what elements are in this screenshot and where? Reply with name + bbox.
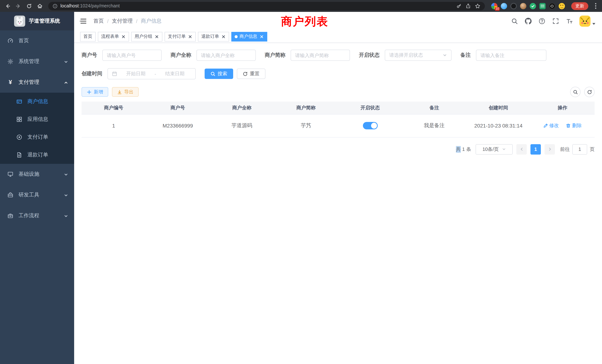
profile-avatar-icon[interactable] xyxy=(559,3,565,9)
close-icon[interactable] xyxy=(188,34,192,39)
extension-drop-icon[interactable] xyxy=(501,3,507,9)
page-size-select[interactable]: 10条/页 xyxy=(476,144,513,154)
filter-full-name: 商户全称 xyxy=(171,50,256,61)
page-content: 商户号 商户全称 商户简称 开启状态 请选择开启状态 xyxy=(74,43,602,364)
filter-label: 备注 xyxy=(460,52,471,59)
pagination: 共 1 条 10条/页 1 前往 页 xyxy=(82,137,595,161)
sidebar-toggle-icon[interactable] xyxy=(79,17,87,25)
tab-pay-order[interactable]: 支付订单 xyxy=(165,32,196,41)
browser-menu-icon[interactable] xyxy=(593,3,598,9)
tab-refund-order[interactable]: 退款订单 xyxy=(198,32,229,41)
pagination-total: 共 1 条 xyxy=(456,146,471,152)
reset-button[interactable]: 重置 xyxy=(237,69,265,79)
add-button[interactable]: 新增 xyxy=(82,87,108,97)
extension-notes-icon[interactable] xyxy=(539,3,546,9)
date-end-placeholder[interactable]: 结束日期 xyxy=(158,70,191,77)
next-page-button[interactable] xyxy=(545,144,555,154)
close-icon[interactable] xyxy=(154,34,159,39)
breadcrumb-separator: / xyxy=(136,18,138,24)
sidebar-item-home[interactable]: 首页 xyxy=(0,30,74,51)
caret-down-icon xyxy=(592,23,595,25)
search-button[interactable]: 搜索 xyxy=(205,69,233,79)
column-header: 备注 xyxy=(402,102,466,114)
tab-merchant-info[interactable]: 商户信息 xyxy=(231,32,267,41)
address-bar[interactable]: localhost:1024/pay/merchant xyxy=(48,2,485,10)
sidebar-item-infra[interactable]: 基础设施 xyxy=(0,164,74,185)
site-info-icon[interactable] xyxy=(53,3,57,8)
status-select[interactable]: 请选择开启状态 xyxy=(385,50,452,61)
extension-avatar-icon[interactable] xyxy=(520,3,526,9)
help-icon[interactable] xyxy=(538,17,546,25)
date-start-placeholder[interactable]: 开始日期 xyxy=(119,70,152,77)
reload-icon[interactable] xyxy=(25,2,33,10)
short-name-input[interactable] xyxy=(291,50,350,61)
page-number-button[interactable]: 1 xyxy=(530,144,541,154)
font-size-icon[interactable] xyxy=(566,17,573,25)
close-icon[interactable] xyxy=(221,34,226,39)
edit-link[interactable]: 修改 xyxy=(543,122,559,129)
date-range-picker[interactable]: 开始日期 - 结束日期 xyxy=(108,68,196,79)
sidebar-item-merchant-info[interactable]: 商户信息 xyxy=(0,93,74,110)
sidebar-item-system[interactable]: 系统管理 xyxy=(0,51,74,72)
sidebar-item-label: 工作流程 xyxy=(19,212,39,219)
fullscreen-icon[interactable] xyxy=(552,17,559,25)
plus-icon xyxy=(87,89,92,94)
grid-icon xyxy=(16,116,22,122)
pencil-icon xyxy=(543,123,548,128)
browser-update-button[interactable]: 更新 xyxy=(571,2,588,10)
refresh-table-icon[interactable] xyxy=(584,87,595,97)
status-toggle[interactable] xyxy=(363,122,377,129)
breadcrumb-payment[interactable]: 支付管理 xyxy=(112,18,133,24)
full-name-input[interactable] xyxy=(196,50,256,61)
github-icon[interactable] xyxy=(525,17,532,25)
sidebar-item-devtools[interactable]: 研发工具 xyxy=(0,185,74,205)
breadcrumb: 首页 / 支付管理 / 商户信息 xyxy=(93,18,162,24)
chevron-down-icon xyxy=(64,214,68,218)
close-icon[interactable] xyxy=(259,34,264,39)
filter-create-time: 创建时间 开始日期 - 结束日期 xyxy=(82,68,196,79)
goto-page-input[interactable] xyxy=(572,144,587,154)
share-icon[interactable] xyxy=(466,3,471,9)
sidebar-item-workflow[interactable]: 工作流程 xyxy=(0,205,74,226)
toggle-search-icon[interactable] xyxy=(570,87,580,97)
breadcrumb-separator: / xyxy=(107,18,109,24)
cell-merchant-no: M233666999 xyxy=(146,114,210,137)
tab-user-group[interactable]: 用户分组 xyxy=(131,32,162,41)
prev-page-button[interactable] xyxy=(516,144,527,154)
sidebar: 芋道管理系统 首页 系统管理 ¥ 支付管理 商户信息 xyxy=(0,12,74,364)
extension-pinwheel-icon[interactable]: 10 xyxy=(491,3,497,9)
sidebar-item-pay-order[interactable]: 支付订单 xyxy=(0,128,74,146)
user-avatar[interactable] xyxy=(579,16,591,27)
extension-dark-icon[interactable] xyxy=(510,3,517,9)
bookmark-star-icon[interactable] xyxy=(475,3,480,9)
extension-knot-icon[interactable] xyxy=(549,3,555,9)
back-icon[interactable] xyxy=(4,2,11,10)
chevron-down-icon xyxy=(64,193,68,197)
home-icon[interactable] xyxy=(36,2,43,10)
sidebar-item-payment[interactable]: ¥ 支付管理 xyxy=(0,72,74,93)
column-header: 商户简称 xyxy=(274,102,338,114)
export-button[interactable]: 导出 xyxy=(112,87,139,97)
url-text: localhost:1024/pay/merchant xyxy=(60,3,120,9)
merchant-id-input[interactable] xyxy=(102,50,162,61)
tab-process-form[interactable]: 流程表单 xyxy=(98,32,129,41)
password-key-icon[interactable] xyxy=(456,3,462,9)
extension-check-icon[interactable] xyxy=(530,3,536,9)
download-icon xyxy=(117,89,122,94)
filter-short-name: 商户简称 xyxy=(265,50,350,61)
chevron-up-icon xyxy=(64,80,68,85)
delete-link[interactable]: 删除 xyxy=(566,122,582,129)
close-icon[interactable] xyxy=(121,34,126,39)
forward-icon[interactable] xyxy=(14,2,22,10)
breadcrumb-home[interactable]: 首页 xyxy=(93,18,104,24)
sidebar-item-refund-order[interactable]: 退款订单 xyxy=(0,146,74,164)
search-icon[interactable] xyxy=(511,17,518,25)
sidebar-item-app-info[interactable]: 应用信息 xyxy=(0,110,74,128)
sidebar-item-label: 基础设施 xyxy=(19,171,39,178)
column-header: 操作 xyxy=(530,102,595,114)
user-menu[interactable] xyxy=(579,16,595,27)
app-logo[interactable]: 芋道管理系统 xyxy=(0,12,74,30)
tab-home[interactable]: 首页 xyxy=(80,32,96,41)
remark-input[interactable] xyxy=(476,50,546,61)
column-header: 商户编号 xyxy=(82,102,146,114)
